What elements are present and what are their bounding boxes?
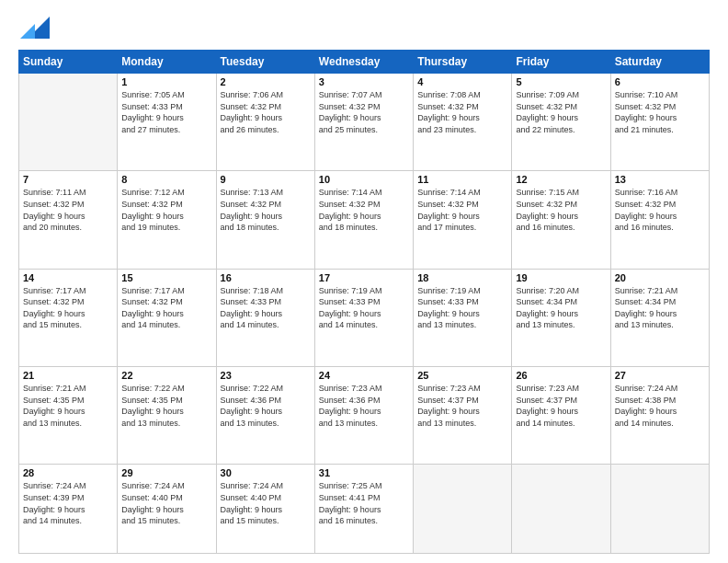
weekday-header-sunday: Sunday xyxy=(19,51,118,74)
calendar-cell: 20Sunrise: 7:21 AM Sunset: 4:34 PM Dayli… xyxy=(610,269,709,366)
day-number: 2 xyxy=(221,76,311,87)
day-info: Sunrise: 7:14 AM Sunset: 4:32 PM Dayligh… xyxy=(417,187,507,233)
day-number: 24 xyxy=(319,370,409,381)
calendar-cell: 2Sunrise: 7:06 AM Sunset: 4:32 PM Daylig… xyxy=(216,74,314,171)
calendar-cell: 6Sunrise: 7:10 AM Sunset: 4:32 PM Daylig… xyxy=(610,74,709,171)
day-info: Sunrise: 7:21 AM Sunset: 4:34 PM Dayligh… xyxy=(615,285,705,331)
day-info: Sunrise: 7:17 AM Sunset: 4:32 PM Dayligh… xyxy=(121,285,211,331)
week-row-4: 28Sunrise: 7:24 AM Sunset: 4:39 PM Dayli… xyxy=(19,465,710,554)
week-row-3: 21Sunrise: 7:21 AM Sunset: 4:35 PM Dayli… xyxy=(19,366,710,464)
day-info: Sunrise: 7:16 AM Sunset: 4:32 PM Dayligh… xyxy=(615,187,705,233)
day-info: Sunrise: 7:24 AM Sunset: 4:38 PM Dayligh… xyxy=(615,383,705,429)
day-number: 3 xyxy=(319,76,409,87)
calendar-cell xyxy=(610,465,709,554)
day-info: Sunrise: 7:09 AM Sunset: 4:32 PM Dayligh… xyxy=(516,89,606,135)
day-number: 17 xyxy=(319,272,409,283)
day-info: Sunrise: 7:22 AM Sunset: 4:35 PM Dayligh… xyxy=(121,383,211,429)
day-number: 7 xyxy=(23,174,113,185)
day-number: 9 xyxy=(221,174,311,185)
calendar-cell xyxy=(414,465,512,554)
calendar-cell: 5Sunrise: 7:09 AM Sunset: 4:32 PM Daylig… xyxy=(512,74,610,171)
day-info: Sunrise: 7:23 AM Sunset: 4:37 PM Dayligh… xyxy=(417,383,507,429)
day-info: Sunrise: 7:06 AM Sunset: 4:32 PM Dayligh… xyxy=(221,89,311,135)
week-row-0: 1Sunrise: 7:05 AM Sunset: 4:33 PM Daylig… xyxy=(19,74,710,171)
day-number: 23 xyxy=(221,370,311,381)
day-info: Sunrise: 7:13 AM Sunset: 4:32 PM Dayligh… xyxy=(221,187,311,233)
day-number: 22 xyxy=(121,370,211,381)
calendar-cell: 27Sunrise: 7:24 AM Sunset: 4:38 PM Dayli… xyxy=(610,366,709,464)
weekday-header-saturday: Saturday xyxy=(610,51,709,74)
weekday-header-wednesday: Wednesday xyxy=(314,51,413,74)
calendar-cell: 25Sunrise: 7:23 AM Sunset: 4:37 PM Dayli… xyxy=(414,366,512,464)
calendar-cell xyxy=(512,465,610,554)
weekday-header-tuesday: Tuesday xyxy=(216,51,314,74)
calendar-cell: 18Sunrise: 7:19 AM Sunset: 4:33 PM Dayli… xyxy=(414,269,512,366)
day-number: 8 xyxy=(121,174,211,185)
day-info: Sunrise: 7:10 AM Sunset: 4:32 PM Dayligh… xyxy=(615,89,705,135)
day-number: 14 xyxy=(23,272,113,283)
day-number: 31 xyxy=(319,467,409,478)
day-number: 28 xyxy=(23,467,113,478)
weekday-header-thursday: Thursday xyxy=(414,51,512,74)
day-number: 16 xyxy=(221,272,311,283)
day-number: 18 xyxy=(417,272,507,283)
weekday-header-friday: Friday xyxy=(512,51,610,74)
day-number: 29 xyxy=(121,467,211,478)
logo xyxy=(18,17,50,42)
day-number: 13 xyxy=(615,174,705,185)
calendar-cell: 17Sunrise: 7:19 AM Sunset: 4:33 PM Dayli… xyxy=(314,269,413,366)
header xyxy=(18,17,710,42)
calendar-cell: 9Sunrise: 7:13 AM Sunset: 4:32 PM Daylig… xyxy=(216,171,314,269)
day-info: Sunrise: 7:12 AM Sunset: 4:32 PM Dayligh… xyxy=(121,187,211,233)
day-number: 1 xyxy=(121,76,211,87)
day-info: Sunrise: 7:24 AM Sunset: 4:40 PM Dayligh… xyxy=(221,480,311,526)
weekday-header-row: SundayMondayTuesdayWednesdayThursdayFrid… xyxy=(19,51,710,74)
day-info: Sunrise: 7:23 AM Sunset: 4:37 PM Dayligh… xyxy=(516,383,606,429)
day-info: Sunrise: 7:21 AM Sunset: 4:35 PM Dayligh… xyxy=(23,383,113,429)
day-info: Sunrise: 7:19 AM Sunset: 4:33 PM Dayligh… xyxy=(417,285,507,331)
day-number: 19 xyxy=(516,272,606,283)
calendar-cell: 12Sunrise: 7:15 AM Sunset: 4:32 PM Dayli… xyxy=(512,171,610,269)
calendar-cell: 10Sunrise: 7:14 AM Sunset: 4:32 PM Dayli… xyxy=(314,171,413,269)
day-number: 10 xyxy=(319,174,409,185)
svg-marker-1 xyxy=(20,24,35,39)
calendar-cell: 3Sunrise: 7:07 AM Sunset: 4:32 PM Daylig… xyxy=(314,74,413,171)
day-number: 11 xyxy=(417,174,507,185)
day-info: Sunrise: 7:08 AM Sunset: 4:32 PM Dayligh… xyxy=(417,89,507,135)
page: SundayMondayTuesdayWednesdayThursdayFrid… xyxy=(0,0,728,563)
day-info: Sunrise: 7:07 AM Sunset: 4:32 PM Dayligh… xyxy=(319,89,409,135)
day-number: 20 xyxy=(615,272,705,283)
day-info: Sunrise: 7:11 AM Sunset: 4:32 PM Dayligh… xyxy=(23,187,113,233)
day-info: Sunrise: 7:05 AM Sunset: 4:33 PM Dayligh… xyxy=(121,89,211,135)
day-number: 27 xyxy=(615,370,705,381)
calendar-cell: 14Sunrise: 7:17 AM Sunset: 4:32 PM Dayli… xyxy=(19,269,118,366)
calendar-cell: 22Sunrise: 7:22 AM Sunset: 4:35 PM Dayli… xyxy=(118,366,216,464)
calendar-cell: 8Sunrise: 7:12 AM Sunset: 4:32 PM Daylig… xyxy=(118,171,216,269)
day-info: Sunrise: 7:23 AM Sunset: 4:36 PM Dayligh… xyxy=(319,383,409,429)
day-info: Sunrise: 7:24 AM Sunset: 4:39 PM Dayligh… xyxy=(23,480,113,526)
day-number: 21 xyxy=(23,370,113,381)
day-number: 30 xyxy=(221,467,311,478)
day-info: Sunrise: 7:24 AM Sunset: 4:40 PM Dayligh… xyxy=(121,480,211,526)
calendar-cell: 30Sunrise: 7:24 AM Sunset: 4:40 PM Dayli… xyxy=(216,465,314,554)
day-number: 12 xyxy=(516,174,606,185)
calendar-cell: 26Sunrise: 7:23 AM Sunset: 4:37 PM Dayli… xyxy=(512,366,610,464)
day-info: Sunrise: 7:19 AM Sunset: 4:33 PM Dayligh… xyxy=(319,285,409,331)
week-row-2: 14Sunrise: 7:17 AM Sunset: 4:32 PM Dayli… xyxy=(19,269,710,366)
day-info: Sunrise: 7:15 AM Sunset: 4:32 PM Dayligh… xyxy=(516,187,606,233)
day-info: Sunrise: 7:25 AM Sunset: 4:41 PM Dayligh… xyxy=(319,480,409,526)
day-number: 5 xyxy=(516,76,606,87)
day-number: 25 xyxy=(417,370,507,381)
calendar-cell: 4Sunrise: 7:08 AM Sunset: 4:32 PM Daylig… xyxy=(414,74,512,171)
calendar-cell: 15Sunrise: 7:17 AM Sunset: 4:32 PM Dayli… xyxy=(118,269,216,366)
day-info: Sunrise: 7:18 AM Sunset: 4:33 PM Dayligh… xyxy=(221,285,311,331)
calendar-cell: 11Sunrise: 7:14 AM Sunset: 4:32 PM Dayli… xyxy=(414,171,512,269)
day-number: 15 xyxy=(121,272,211,283)
day-info: Sunrise: 7:14 AM Sunset: 4:32 PM Dayligh… xyxy=(319,187,409,233)
day-number: 26 xyxy=(516,370,606,381)
calendar-cell: 1Sunrise: 7:05 AM Sunset: 4:33 PM Daylig… xyxy=(118,74,216,171)
calendar-cell: 16Sunrise: 7:18 AM Sunset: 4:33 PM Dayli… xyxy=(216,269,314,366)
day-info: Sunrise: 7:17 AM Sunset: 4:32 PM Dayligh… xyxy=(23,285,113,331)
day-info: Sunrise: 7:22 AM Sunset: 4:36 PM Dayligh… xyxy=(221,383,311,429)
day-number: 4 xyxy=(417,76,507,87)
